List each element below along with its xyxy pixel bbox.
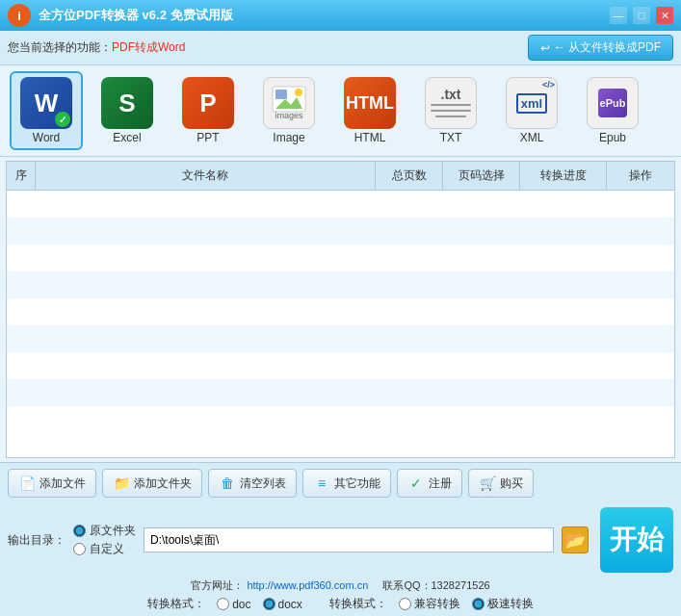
format-row: 转换格式： doc docx 转换模式： 兼容转换 极速转换	[8, 596, 673, 612]
table-row	[7, 218, 674, 244]
buy-icon: 🛒	[479, 475, 496, 492]
format-epub[interactable]: ePub Epub	[576, 71, 649, 150]
image-label: Image	[273, 131, 304, 144]
clear-list-icon: 🗑	[219, 475, 236, 492]
col-seq: 序	[7, 162, 36, 190]
table-row	[7, 325, 674, 352]
format-excel[interactable]: S Excel	[91, 71, 164, 150]
buy-button[interactable]: 🛒 购买	[468, 469, 534, 498]
action-bar: 📄 添加文件 📁 添加文件夹 🗑 清空列表 ≡ 其它功能 ✓ 注册 🛒 购买	[0, 462, 681, 503]
close-button[interactable]: ✕	[656, 7, 673, 24]
table-body	[7, 191, 674, 402]
txt-icon: .txt	[425, 77, 477, 129]
maximize-button[interactable]: □	[633, 7, 650, 24]
table-row	[7, 379, 674, 406]
image-icon: images	[263, 77, 315, 129]
official-text: 官方网址： http://www.pdf360.com.cn 联系QQ：1328…	[8, 578, 673, 593]
output-path-input[interactable]	[144, 527, 554, 552]
html-label: HTML	[354, 131, 386, 144]
epub-label: Epub	[599, 131, 626, 144]
app-title: 全方位PDF转换器 v6.2 免费试用版	[39, 7, 610, 24]
txt-label: TXT	[440, 131, 462, 144]
table-row	[7, 298, 674, 325]
radio-custom-folder[interactable]: 自定义	[73, 541, 136, 557]
start-button[interactable]: 开始	[600, 507, 673, 573]
output-radio-group: 原文件夹 自定义	[73, 523, 136, 557]
clear-list-button[interactable]: 🗑 清空列表	[208, 469, 297, 498]
convert-to-pdf-button[interactable]: ↩ ← 从文件转换成PDF	[528, 35, 673, 61]
toolbar-row: 您当前选择的功能：PDF转成Word ↩ ← 从文件转换成PDF	[0, 31, 681, 64]
ppt-label: PPT	[196, 131, 219, 144]
excel-label: Excel	[113, 131, 141, 144]
format-html[interactable]: HTML HTML	[333, 71, 406, 150]
col-page-select: 页码选择	[443, 162, 520, 190]
convert-arrow-icon: ↩	[540, 41, 550, 55]
footer: 官方网址： http://www.pdf360.com.cn 联系QQ：1328…	[0, 577, 681, 616]
titlebar: i 全方位PDF转换器 v6.2 免费试用版 — □ ✕	[0, 0, 681, 31]
radio-original-input[interactable]	[73, 525, 86, 537]
other-func-button[interactable]: ≡ 其它功能	[302, 469, 391, 498]
table-row	[7, 352, 674, 379]
xml-label: XML	[520, 131, 544, 144]
output-row: 输出目录： 原文件夹 自定义 📂 开始	[0, 503, 681, 577]
table-row	[7, 271, 674, 298]
minimize-button[interactable]: —	[610, 7, 627, 24]
table-header: 序 文件名称 总页数 页码选择 转换进度 操作	[7, 162, 674, 191]
check-badge: ✓	[55, 112, 70, 127]
add-file-button[interactable]: 📄 添加文件	[8, 469, 96, 498]
file-table: 序 文件名称 总页数 页码选择 转换进度 操作	[6, 161, 675, 458]
format-docx-option[interactable]: docx	[263, 598, 302, 611]
folder-icon: 📂	[564, 529, 586, 551]
official-url[interactable]: http://www.pdf360.com.cn	[247, 579, 368, 591]
mode-fast-radio[interactable]	[472, 598, 485, 610]
html-icon: HTML	[344, 77, 396, 129]
format-icon-toolbar: W ✓ Word S Excel P PPT	[0, 64, 681, 157]
browse-folder-button[interactable]: 📂	[562, 526, 589, 553]
format-txt[interactable]: .txt TXT	[414, 71, 487, 150]
svg-rect-1	[275, 90, 287, 99]
format-ppt[interactable]: P PPT	[171, 71, 245, 150]
register-icon: ✓	[407, 475, 425, 492]
table-row	[7, 191, 674, 218]
ppt-icon: P	[182, 77, 234, 129]
main-content: 您当前选择的功能：PDF转成Word ↩ ← 从文件转换成PDF W ✓ Wor…	[0, 31, 681, 616]
table-row	[7, 244, 674, 271]
add-folder-button[interactable]: 📁 添加文件夹	[102, 469, 202, 498]
window-controls: — □ ✕	[610, 7, 673, 24]
excel-icon: S	[101, 77, 153, 129]
col-progress: 转换进度	[520, 162, 607, 190]
format-image[interactable]: images Image	[252, 71, 326, 150]
mode-compat-option[interactable]: 兼容转换	[399, 596, 460, 612]
mode-compat-radio[interactable]	[399, 598, 411, 610]
register-button[interactable]: ✓ 注册	[397, 469, 462, 498]
format-word[interactable]: W ✓ Word	[10, 71, 83, 150]
hint-text: 您当前选择的功能：PDF转成Word	[8, 39, 528, 56]
word-icon: W ✓	[20, 77, 72, 129]
radio-original-folder[interactable]: 原文件夹	[73, 523, 136, 539]
add-folder-icon: 📁	[113, 475, 130, 492]
format-doc-option[interactable]: doc	[217, 598, 250, 611]
format-doc-radio[interactable]	[217, 598, 229, 610]
format-docx-radio[interactable]	[263, 598, 275, 610]
col-filename: 文件名称	[36, 162, 376, 190]
col-action: 操作	[607, 162, 674, 190]
svg-point-3	[295, 89, 302, 96]
format-xml[interactable]: xml </> XML	[495, 71, 568, 150]
word-label: Word	[33, 131, 60, 144]
xml-icon: xml </>	[506, 77, 558, 129]
col-pages: 总页数	[376, 162, 443, 190]
app-logo: i	[8, 4, 31, 27]
output-label: 输出目录：	[8, 532, 65, 549]
other-func-icon: ≡	[313, 475, 330, 492]
add-file-icon: 📄	[18, 475, 36, 492]
epub-icon: ePub	[587, 77, 639, 129]
radio-custom-input[interactable]	[73, 543, 86, 555]
mode-fast-option[interactable]: 极速转换	[472, 596, 534, 612]
